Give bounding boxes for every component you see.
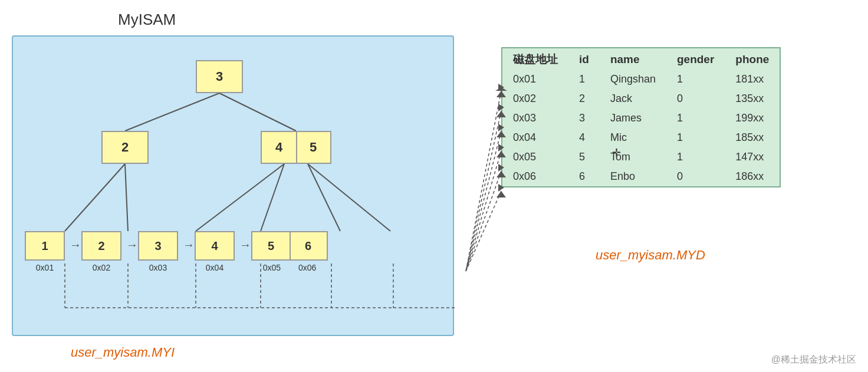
col-header-addr: 磁盘地址 — [502, 48, 568, 70]
leaf-addr-3: 0x03 — [149, 263, 167, 272]
leaf-addr-1: 0x01 — [36, 263, 54, 272]
svg-line-1 — [219, 93, 296, 131]
cell-id-4: 5 — [568, 147, 600, 167]
leaf-node-1: 1 — [25, 231, 65, 261]
cell-addr-3: 0x04 — [502, 128, 568, 147]
svg-line-18 — [466, 111, 501, 271]
tree-node-l2-right: 4 5 — [261, 131, 331, 164]
leaf-node-3: 3 — [138, 231, 178, 261]
watermark: @稀土掘金技术社区 — [771, 354, 856, 366]
leaf-node-56: 5 6 — [251, 231, 328, 261]
svg-line-6 — [308, 164, 340, 231]
node-l2-right-right-val: 5 — [310, 140, 317, 155]
cell-name-1: Jack — [600, 89, 666, 108]
svg-line-5 — [261, 164, 284, 231]
leaf-node-2: 2 — [81, 231, 121, 261]
table-row: 0x011Qingshan1181xx — [502, 70, 780, 89]
myisam-title: MyISAM — [118, 11, 176, 29]
cell-name-5: Enbo — [600, 167, 666, 186]
leaf-group-3: 3 0x03 — [138, 231, 178, 272]
cell-id-0: 1 — [568, 70, 600, 89]
myd-label: user_myisam.MYD — [596, 248, 705, 263]
col-header-name: name — [600, 48, 666, 70]
svg-line-3 — [125, 164, 128, 231]
leaf-group-4: 4 0x04 — [195, 231, 235, 272]
myisam-container: 3 2 4 5 1 0x01 → 2 0x02 → 3 0x03 → 4 — [12, 35, 454, 336]
col-header-id: id — [568, 48, 600, 70]
leaf-val-5: 5 — [268, 239, 274, 253]
table-row: 0x022Jack0135xx — [502, 89, 780, 108]
cell-id-3: 4 — [568, 128, 600, 147]
cell-phone-0: 181xx — [725, 70, 780, 89]
cell-name-4: Tom — [600, 147, 666, 167]
leaf-addr-4: 0x04 — [206, 263, 223, 272]
tree-node-root: 3 — [196, 60, 243, 93]
cell-id-2: 3 — [568, 108, 600, 128]
leaf-arrow-2: → — [126, 238, 138, 252]
cell-gender-5: 0 — [666, 167, 725, 186]
svg-line-4 — [196, 164, 284, 231]
cell-name-0: Qingshan — [600, 70, 666, 89]
tree-node-l2-left: 2 — [101, 131, 149, 164]
table-header-row: 磁盘地址 id name gender phone — [502, 48, 780, 70]
table-row: 0x044Mic1185xx — [502, 128, 780, 147]
svg-line-7 — [308, 164, 390, 231]
leaf-addr-5: 0x05 — [263, 263, 281, 272]
node-l2-right-left-val: 4 — [275, 140, 282, 155]
cell-name-2: James — [600, 108, 666, 128]
leaf-addr-2: 0x02 — [93, 263, 110, 272]
cell-addr-5: 0x06 — [502, 167, 568, 186]
cell-addr-2: 0x03 — [502, 108, 568, 128]
myi-label: user_myisam.MYI — [71, 345, 175, 360]
cell-gender-3: 1 — [666, 128, 725, 147]
cell-gender-0: 1 — [666, 70, 725, 89]
table-row: 0x055Tom1147xx — [502, 147, 780, 167]
cell-addr-4: 0x05 — [502, 147, 568, 167]
leaf-row: 1 0x01 → 2 0x02 → 3 0x03 → 4 0x04 → 5 — [25, 231, 333, 272]
leaf-arrow-3: → — [183, 238, 195, 252]
cell-phone-4: 147xx — [725, 147, 780, 167]
svg-line-22 — [466, 151, 501, 271]
cell-addr-1: 0x02 — [502, 89, 568, 108]
node-divider — [296, 132, 297, 163]
col-header-phone: phone — [725, 48, 780, 70]
col-header-gender: gender — [666, 48, 725, 70]
cell-gender-2: 1 — [666, 108, 725, 128]
leaf-group-56: 5 6 0x05 0x06 — [251, 231, 328, 272]
svg-line-16 — [466, 91, 501, 271]
cell-phone-3: 185xx — [725, 128, 780, 147]
svg-marker-27 — [497, 191, 506, 197]
cell-id-5: 6 — [568, 167, 600, 186]
leaf-arrow-1: → — [70, 238, 81, 252]
leaf-divider — [290, 232, 291, 259]
cell-name-3: Mic — [600, 128, 666, 147]
cell-id-1: 2 — [568, 89, 600, 108]
svg-line-24 — [466, 171, 501, 271]
table-row: 0x066Enbo0186xx — [502, 167, 780, 186]
leaf-group-1: 1 0x01 — [25, 231, 65, 272]
data-table-container: 磁盘地址 id name gender phone 0x011Qingshan1… — [501, 47, 781, 187]
svg-line-26 — [466, 191, 501, 271]
leaf-addr-6: 0x06 — [298, 263, 316, 272]
leaf-val-6: 6 — [305, 239, 311, 253]
cell-gender-4: 1 — [666, 147, 725, 167]
cell-gender-1: 0 — [666, 89, 725, 108]
table-row: 0x033James1199xx — [502, 108, 780, 128]
cell-phone-2: 199xx — [725, 108, 780, 128]
leaf-group-2: 2 0x02 — [81, 231, 121, 272]
svg-line-2 — [65, 164, 125, 231]
cell-phone-1: 135xx — [725, 89, 780, 108]
data-table: 磁盘地址 id name gender phone 0x011Qingshan1… — [502, 48, 780, 186]
leaf-arrow-4: → — [239, 238, 251, 252]
cell-phone-5: 186xx — [725, 167, 780, 186]
svg-line-20 — [466, 131, 501, 271]
svg-line-0 — [125, 93, 219, 131]
cell-addr-0: 0x01 — [502, 70, 568, 89]
leaf-node-4: 4 — [195, 231, 235, 261]
